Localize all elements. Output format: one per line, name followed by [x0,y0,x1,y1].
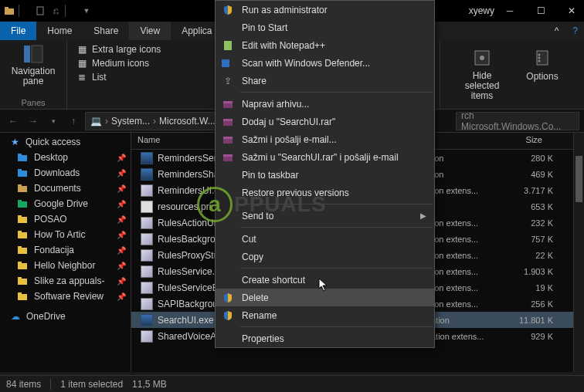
ctx-dodaj[interactable]: Dodaj u "SearchUI.rar" [216,113,434,130]
qat-dropdown-icon[interactable]: ▼ [80,5,93,17]
pin-icon: 📌 [117,292,126,301]
folder-icon [17,152,28,163]
sidebar-item[interactable]: Documents📌 [0,181,131,196]
vertical-scrollbar[interactable] [573,133,584,372]
breadcrumb-1[interactable]: System... [111,116,150,127]
sidebar-item[interactable]: Fondacija📌 [0,242,131,258]
ctx-create-shortcut[interactable]: Create shortcut [216,271,434,289]
help-icon[interactable]: ? [566,25,584,36]
ctx-run-admin[interactable]: Run as administrator [216,1,434,19]
onedrive-item[interactable]: ☁ OneDrive [0,309,131,324]
options-label: Options [526,71,558,82]
ctx-delete[interactable]: Delete [216,289,434,306]
ctx-properties[interactable]: Properties [216,329,434,347]
pin-icon: 📌 [117,231,126,239]
ctx-share[interactable]: ⇪Share [216,72,434,90]
tab-file[interactable]: File [0,22,36,40]
hide-selected-button[interactable]: Hide selected items [459,48,505,102]
sidebar-item[interactable]: POSAO📌 [0,211,131,227]
sidebar-item[interactable]: Desktop📌 [0,150,131,165]
sidebar-item-label: Google Drive [34,198,88,209]
ctx-separator [240,92,433,93]
ctx-separator [240,326,433,327]
onedrive-icon: ☁ [11,311,20,322]
sidebar-item[interactable]: Slike za appuals-📌 [0,273,131,289]
ctx-sazmi-rar-label: Sažmi u "SearchUI.rar" i pošalji e-mail [242,152,399,163]
svg-rect-28 [18,277,22,279]
close-button[interactable]: ✕ [556,0,584,22]
quick-access-header[interactable]: ★ Quick access [0,134,131,150]
col-size[interactable]: Size [487,133,548,149]
ctx-scan-defender[interactable]: Scan with Windows Defender... [216,54,434,72]
history-dropdown[interactable]: ▾ [45,113,62,130]
ctx-pin-start[interactable]: Pin to Start [216,19,434,36]
back-button[interactable]: ← [5,113,22,130]
forward-button[interactable]: → [25,113,42,130]
star-icon: ★ [11,137,19,147]
minimize-button[interactable]: ─ [494,0,525,22]
file-icon [141,314,153,326]
sidebar-item-label: How To Artic [34,229,85,240]
ctx-restore-label: Restore previous versions [242,188,349,198]
maximize-button[interactable]: ☐ [525,0,556,22]
hide-selected-icon [472,48,492,68]
ctx-sazmi-email[interactable]: Sažmi i pošalji e-mail... [216,130,434,148]
ctx-copy[interactable]: Copy [216,248,434,265]
file-size: 232 K [493,218,553,228]
file-icon [141,184,153,197]
qat-separator2 [65,5,77,17]
svg-rect-14 [18,169,22,171]
layout-extra-large-label: Extra large icons [92,44,161,55]
up-button[interactable]: ↑ [65,113,82,130]
ctx-send-to[interactable]: Send to▶ [216,207,434,225]
svg-point-10 [538,60,541,63]
ctx-cut[interactable]: Cut [216,230,434,248]
file-icon [141,298,153,310]
chevron-right-icon: ▶ [420,211,426,220]
medium-icon: ▦ [76,58,87,69]
ctx-delete-label: Delete [242,292,269,303]
pin-icon: 📌 [117,262,126,270]
context-menu: Run as administrator Pin to Start Edit w… [215,0,435,348]
svg-rect-32 [222,59,229,67]
folder-icon [17,183,28,194]
title-suffix: xyewy [469,5,494,16]
qat-paste-icon[interactable] [34,5,46,17]
ctx-copy-label: Copy [242,252,263,262]
svg-rect-36 [223,119,233,121]
svg-rect-38 [223,137,233,139]
list-icon: ≣ [76,72,87,83]
scrollbar-thumb[interactable] [576,156,582,202]
pin-icon: 📌 [117,169,126,177]
sidebar-item[interactable]: Hello Neighbor📌 [0,258,131,273]
ctx-run-admin-label: Run as administrator [242,5,328,15]
navigation-pane-button[interactable]: Navigation pane [6,43,60,86]
tab-view[interactable]: View [129,22,171,40]
ctx-napravi[interactable]: Napravi arhivu... [216,95,434,113]
ctx-separator [240,268,433,269]
ctx-rename[interactable]: Rename [216,306,434,324]
sidebar-item[interactable]: How To Artic📌 [0,227,131,242]
breadcrumb-2[interactable]: Microsoft.W... [159,116,216,127]
ctx-restore[interactable]: Restore previous versions [216,184,434,201]
sidebar-item[interactable]: Google Drive📌 [0,196,131,211]
sidebar-item-label: Fondacija [34,245,74,255]
sidebar-item[interactable]: Downloads📌 [0,165,131,181]
qat-undo-icon[interactable]: ⎌ [49,5,62,17]
ctx-edit-npp[interactable]: Edit with Notepad++ [216,36,434,54]
sidebar-item-label: Downloads [34,167,80,178]
tab-home[interactable]: Home [36,22,83,40]
sidebar-item[interactable]: Software Review📌 [0,289,131,304]
svg-rect-12 [18,154,22,156]
options-button[interactable]: Options [519,48,565,102]
ctx-pin-taskbar-label: Pin to taskbar [242,170,298,181]
chevron-right-icon: › [105,116,108,127]
svg-rect-31 [224,41,232,50]
ribbon-collapse-icon[interactable]: ^ [547,25,567,36]
search-input[interactable]: rch Microsoft.Windows.Co... [456,112,579,130]
sidebar: ★ Quick access Desktop📌Downloads📌Documen… [0,133,131,372]
ctx-pin-taskbar[interactable]: Pin to taskbar [216,166,434,184]
tab-share[interactable]: Share [83,22,129,40]
shield-icon [220,4,236,16]
ctx-sazmi-rar[interactable]: Sažmi u "SearchUI.rar" i pošalji e-mail [216,148,434,166]
